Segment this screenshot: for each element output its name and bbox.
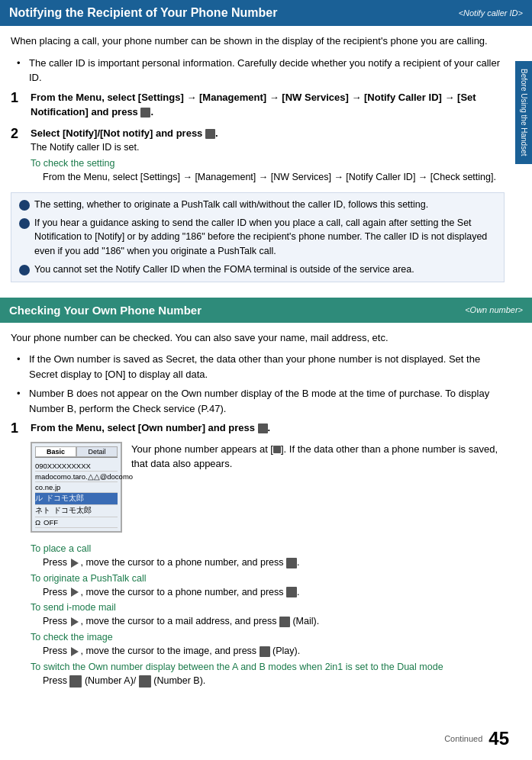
section2-title: Checking Your Own Phone Number <box>9 304 202 317</box>
section2-bullet-1: • If the Own number is saved as Secret, … <box>11 352 505 382</box>
phone-row-5: ネトドコモ太郎 <box>35 505 118 517</box>
circle-dot-icon-3 <box>19 265 30 275</box>
display-icon <box>273 446 281 453</box>
step2-num: 2 <box>11 126 27 143</box>
phone-tabs: Basic Detail <box>35 446 118 458</box>
phone-tab-detail: Detail <box>76 446 118 457</box>
step1-main: From the Menu, select [Settings] → [Mana… <box>31 90 505 120</box>
phone-row-1: 090XXXXXXXXX <box>35 461 118 472</box>
key-icon-2 <box>205 129 215 139</box>
bullet-dot-2: • <box>17 353 24 365</box>
section1-header: Notifying the Recipient of Your Phone Nu… <box>0 0 532 26</box>
step1-content: From the Menu, select [Settings] → [Mana… <box>31 90 505 120</box>
action-image-label: To check the image <box>31 632 505 642</box>
action-image-detail: Press , move the cursor to the image, an… <box>31 644 505 659</box>
continued-label: Continued <box>444 734 482 743</box>
action-pushtalk-detail: Press , move the cursor to a phone numbe… <box>31 585 505 600</box>
page-number: 45 <box>488 728 509 749</box>
action-dual-detail: Press (Number A)/ (Number B). <box>31 674 505 688</box>
section2-bullet-2: • Number B does not appear on the Own nu… <box>11 386 505 416</box>
key-pushtalk-icon <box>286 587 297 597</box>
section1-subtitle: <Notify caller ID> <box>459 8 523 18</box>
key-icon-3 <box>258 423 268 433</box>
phone-row-4: ルドコモ太郎 <box>35 493 118 505</box>
step1: 1 From the Menu, select [Settings] → [Ma… <box>11 90 505 120</box>
section1-title: Notifying the Recipient of Your Phone Nu… <box>9 6 277 20</box>
section2-content: Your phone number can be checked. You ca… <box>0 323 515 702</box>
key-num-a-icon <box>69 675 82 688</box>
key-icon-1 <box>140 108 150 118</box>
section1-notes: The setting, whether to originate a Push… <box>11 192 505 282</box>
play-icon-1 <box>71 559 79 568</box>
section2-step1-detail: Basic Detail 090XXXXXXXXX madocomo.taro.… <box>31 442 505 539</box>
section2-subtitle: <Own number> <box>465 305 523 314</box>
note-3: You cannot set the Notify Caller ID when… <box>19 262 496 277</box>
check-setting-label: To check the setting <box>31 158 505 169</box>
action-mail-label: To send i-mode mail <box>31 602 505 613</box>
step1-num: 1 <box>11 90 27 107</box>
action-call-detail: Press , move the cursor to a phone numbe… <box>31 556 505 570</box>
key-num-b-icon <box>139 675 151 688</box>
section2-bullet-text-2: Number B does not appear on the Own numb… <box>29 386 505 416</box>
note-1: The setting, whether to originate a Push… <box>19 198 496 212</box>
side-tab: Before Using the Handset <box>515 61 532 164</box>
section2-step1-content: From the Menu, select [Own number] and p… <box>31 420 505 688</box>
action-mail-detail: Press , move the cursor to a mail addres… <box>31 614 505 629</box>
check-setting-detail: From the Menu, select [Settings] → [Mana… <box>31 170 505 185</box>
note-2: If you hear a guidance asking to send th… <box>19 216 496 259</box>
play-icon-4 <box>71 647 79 656</box>
circle-dot-icon-1 <box>19 200 30 211</box>
action-pushtalk-label: To originate a PushTalk call <box>31 573 505 584</box>
section1-bullet-1: • The caller ID is important personal in… <box>11 56 505 85</box>
phone-row-3: co.ne.jp <box>35 482 118 493</box>
step2-content: Select [Notify]/[Not notify] and press .… <box>31 126 505 185</box>
key-mail-icon <box>279 617 290 627</box>
step2: 2 Select [Notify]/[Not notify] and press… <box>11 126 505 185</box>
section2-header: Checking Your Own Phone Number <Own numb… <box>0 298 532 323</box>
section2-step1: 1 From the Menu, select [Own number] and… <box>11 420 505 688</box>
section1-bullet-text-1: The caller ID is important personal info… <box>29 56 505 85</box>
step2-sub: The Notify caller ID is set. <box>31 140 505 155</box>
phone-row-6: ΩOFF <box>35 517 118 528</box>
play-icon-2 <box>71 588 79 597</box>
bullet-dot-3: • <box>17 388 24 399</box>
note-text-2: If you hear a guidance asking to send th… <box>34 216 496 259</box>
section2-intro: Your phone number can be checked. You ca… <box>11 330 505 346</box>
bullet-dot-icon: • <box>17 57 24 69</box>
section2-step1-main: From the Menu, select [Own number] and p… <box>31 420 505 436</box>
footer: Continued 45 <box>444 728 509 749</box>
section2-actions: To place a call Press , move the cursor … <box>31 543 505 688</box>
key-play-icon <box>260 646 270 657</box>
section2-step1-num: 1 <box>11 420 27 437</box>
step2-main: Select [Notify]/[Not notify] and press . <box>31 126 505 141</box>
section2-bullet-text-1: If the Own number is saved as Secret, th… <box>29 352 505 382</box>
phone-row-2: madocomo.taro.△△@docomo <box>35 472 118 482</box>
phone-tab-basic: Basic <box>35 446 76 457</box>
action-call-label: To place a call <box>31 543 505 554</box>
phone-display: Basic Detail 090XXXXXXXXX madocomo.taro.… <box>31 442 122 533</box>
side-tab-label: Before Using the Handset <box>520 69 528 156</box>
play-icon-3 <box>71 617 79 626</box>
action-dual-label: To switch the Own number display between… <box>31 662 505 672</box>
note-text-1: The setting, whether to originate a Push… <box>34 198 428 212</box>
key-call-icon <box>286 558 297 568</box>
circle-dot-icon-2 <box>19 218 30 229</box>
note-text-3: You cannot set the Notify Caller ID when… <box>34 262 414 277</box>
section1-intro: When placing a call, your phone number c… <box>11 34 505 50</box>
section1-content: When placing a call, your phone number c… <box>0 26 515 298</box>
